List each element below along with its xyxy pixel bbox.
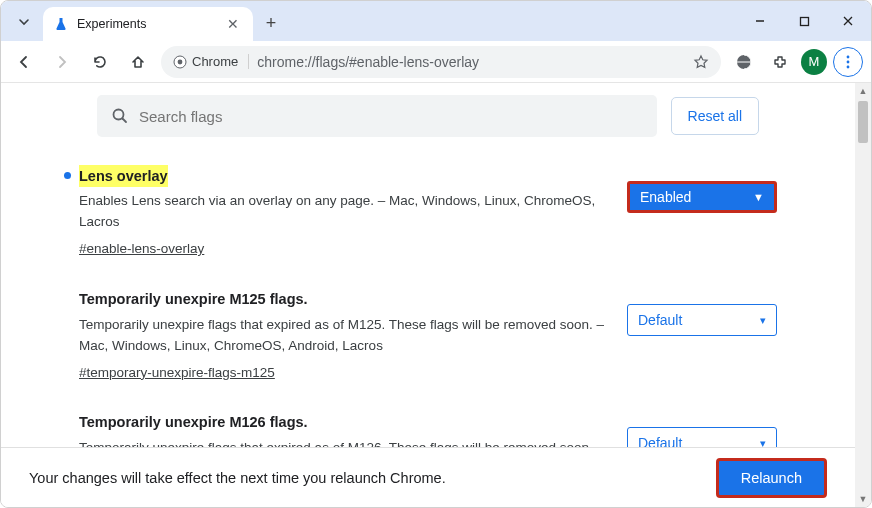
flag-state-value: Enabled (640, 189, 691, 205)
svg-line-9 (123, 119, 127, 123)
minimize-button[interactable] (741, 7, 779, 35)
globe-icon (735, 53, 753, 71)
flag-state-select[interactable]: Enabled ▼ (627, 181, 777, 213)
profile-avatar[interactable]: M (801, 49, 827, 75)
chrome-icon (173, 55, 187, 69)
dots-vertical-icon (846, 55, 850, 69)
close-window-button[interactable] (829, 7, 867, 35)
chevron-down-icon: ▾ (760, 314, 766, 327)
chrome-menu-button[interactable] (833, 47, 863, 77)
window-controls (741, 1, 867, 41)
browser-tab[interactable]: Experiments ✕ (43, 7, 253, 41)
search-flags-box[interactable] (97, 95, 657, 137)
privacy-button[interactable] (729, 47, 759, 77)
search-icon (111, 107, 129, 125)
chevron-down-icon (18, 16, 30, 28)
flag-state-value: Default (638, 312, 682, 328)
relaunch-button[interactable]: Relaunch (716, 458, 827, 498)
relaunch-message: Your changes will take effect the next t… (29, 470, 446, 486)
flag-title: Temporarily unexpire M125 flags. (79, 288, 308, 310)
home-button[interactable] (123, 47, 153, 77)
reload-icon (92, 54, 108, 70)
scroll-down-button[interactable]: ▼ (855, 491, 871, 507)
scroll-thumb[interactable] (858, 101, 868, 143)
tab-close-button[interactable]: ✕ (223, 14, 243, 34)
flag-title: Lens overlay (79, 165, 168, 187)
flag-state-select[interactable]: Default ▾ (627, 304, 777, 336)
relaunch-bar: Your changes will take effect the next t… (1, 447, 855, 507)
svg-point-7 (847, 65, 850, 68)
tab-title: Experiments (77, 17, 223, 31)
star-icon (693, 54, 709, 70)
forward-button[interactable] (47, 47, 77, 77)
svg-rect-1 (800, 17, 808, 25)
flag-description: Temporarily unexpire flags that expired … (79, 317, 604, 353)
home-icon (130, 54, 146, 70)
arrow-left-icon (16, 54, 32, 70)
modified-indicator (64, 172, 71, 179)
scrollbar[interactable]: ▲ ▼ (855, 83, 871, 507)
scroll-up-button[interactable]: ▲ (855, 83, 871, 99)
url-text: chrome://flags/#enable-lens-overlay (257, 54, 685, 70)
arrow-right-icon (54, 54, 70, 70)
window-titlebar: Experiments ✕ + (1, 1, 871, 41)
svg-point-3 (178, 59, 183, 64)
svg-point-5 (847, 55, 850, 58)
site-chip[interactable]: Chrome (173, 54, 249, 69)
page-content: Reset all Lens overlay Enables Lens sear… (1, 83, 871, 507)
new-tab-button[interactable]: + (257, 9, 285, 37)
back-button[interactable] (9, 47, 39, 77)
address-bar[interactable]: Chrome chrome://flags/#enable-lens-overl… (161, 46, 721, 78)
chevron-down-icon: ▼ (753, 191, 764, 203)
puzzle-icon (772, 54, 788, 70)
svg-point-6 (847, 60, 850, 63)
reset-all-button[interactable]: Reset all (671, 97, 759, 135)
flag-item: Lens overlay Enables Lens search via an … (63, 151, 793, 274)
flag-item: Temporarily unexpire M125 flags. Tempora… (63, 274, 793, 397)
maximize-button[interactable] (785, 7, 823, 35)
tab-search-button[interactable] (7, 7, 41, 37)
flags-list: Lens overlay Enables Lens search via an … (1, 151, 855, 494)
search-flags-input[interactable] (139, 108, 643, 125)
site-chip-label: Chrome (192, 54, 238, 69)
flag-title: Temporarily unexpire M126 flags. (79, 411, 308, 433)
flag-anchor-link[interactable]: #enable-lens-overlay (79, 239, 204, 260)
bookmark-button[interactable] (693, 54, 709, 70)
browser-toolbar: Chrome chrome://flags/#enable-lens-overl… (1, 41, 871, 83)
flag-description: Enables Lens search via an overlay on an… (79, 193, 595, 229)
extensions-button[interactable] (765, 47, 795, 77)
flask-icon (53, 16, 69, 32)
flag-anchor-link[interactable]: #temporary-unexpire-flags-m125 (79, 363, 275, 384)
reload-button[interactable] (85, 47, 115, 77)
